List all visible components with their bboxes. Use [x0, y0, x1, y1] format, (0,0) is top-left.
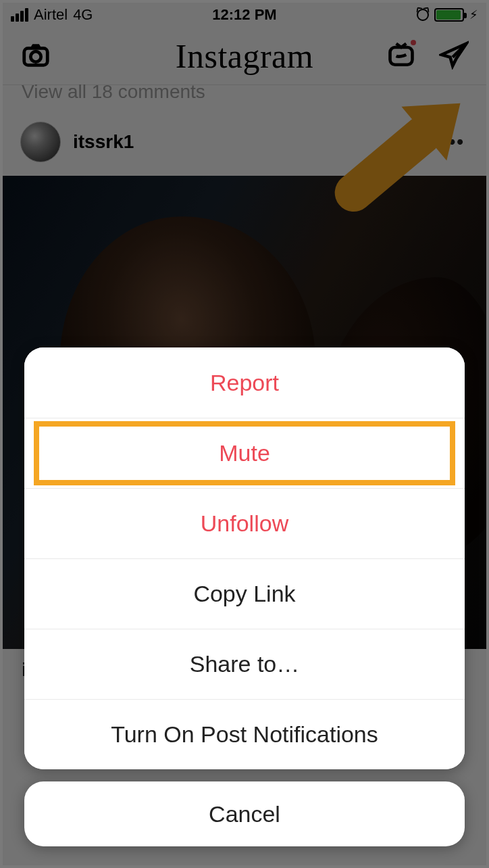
alarm-icon: [417, 9, 429, 21]
action-cancel[interactable]: Cancel: [24, 781, 465, 846]
app-title: Instagram: [176, 37, 313, 76]
network-label: 4G: [73, 6, 93, 24]
device-frame: Airtel 4G 12:12 PM ⚡︎ Instagram View all…: [0, 0, 489, 868]
avatar[interactable]: [20, 122, 61, 162]
direct-message-icon[interactable]: [439, 40, 469, 72]
action-post-notifications[interactable]: Turn On Post Notifications: [24, 699, 465, 769]
signal-strength-icon: [11, 8, 28, 22]
igtv-icon[interactable]: [386, 40, 416, 72]
charging-icon: ⚡︎: [469, 7, 478, 22]
action-mute[interactable]: Mute: [24, 418, 465, 488]
nav-header: Instagram: [3, 27, 486, 85]
camera-icon[interactable]: [20, 39, 51, 73]
action-report[interactable]: Report: [24, 347, 465, 418]
status-bar: Airtel 4G 12:12 PM ⚡︎: [3, 3, 486, 27]
post-username[interactable]: itssrk1: [73, 131, 134, 153]
action-copy-link[interactable]: Copy Link: [24, 558, 465, 629]
status-left: Airtel 4G: [11, 6, 93, 24]
action-unfollow[interactable]: Unfollow: [24, 488, 465, 558]
notification-dot-icon: [409, 39, 417, 47]
status-right: ⚡︎: [417, 7, 478, 22]
action-share-to[interactable]: Share to…: [24, 629, 465, 699]
action-mute-label: Mute: [219, 440, 270, 466]
status-time: 12:12 PM: [212, 6, 276, 24]
carrier-label: Airtel: [34, 6, 68, 24]
action-sheet: Report Mute Unfollow Copy Link Share to……: [3, 347, 486, 865]
battery-icon: [434, 8, 464, 22]
svg-point-1: [30, 51, 41, 62]
